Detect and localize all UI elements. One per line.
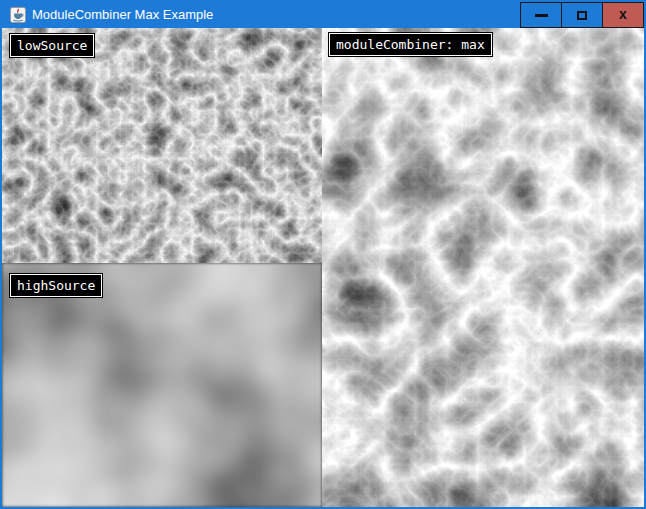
high-source-noise-image — [2, 263, 322, 507]
module-combiner-label: moduleCombiner: max — [329, 33, 492, 56]
maximize-icon — [577, 11, 587, 20]
maximize-button[interactable] — [562, 2, 603, 28]
titlebar[interactable]: ModuleCombiner Max Example x — [2, 2, 644, 28]
module-combiner-image-panel: moduleCombiner: max — [322, 28, 644, 507]
close-button[interactable]: x — [603, 2, 644, 28]
module-combiner-noise-image — [322, 28, 644, 507]
minimize-icon — [535, 14, 548, 17]
close-icon: x — [619, 7, 627, 21]
high-source-image-panel: highSource — [2, 263, 322, 507]
low-source-noise-image — [2, 28, 322, 263]
minimize-button[interactable] — [521, 2, 562, 28]
low-source-label: lowSource — [10, 34, 94, 57]
java-coffee-cup-icon — [10, 7, 26, 23]
window-title: ModuleCombiner Max Example — [32, 2, 520, 28]
high-source-label: highSource — [10, 274, 102, 297]
low-source-image-panel: lowSource — [2, 28, 322, 263]
app-window: ModuleCombiner Max Example x lowSource h — [0, 0, 646, 509]
window-controls: x — [520, 2, 644, 28]
content-area: lowSource highSource moduleCombiner: max — [2, 28, 644, 507]
